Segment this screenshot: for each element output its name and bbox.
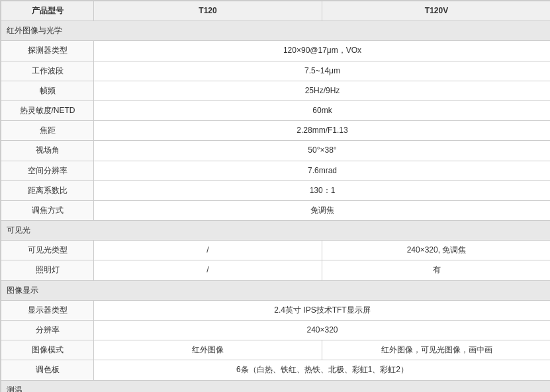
row-label: 图像模式 bbox=[1, 340, 94, 360]
table-row: 照明灯/有 bbox=[1, 260, 551, 280]
row-label: 分辨率 bbox=[1, 321, 94, 340]
row-data-merged: 6条（白热、铁红、热铁、北极、彩虹1、彩虹2） bbox=[94, 360, 551, 380]
row-data-t120: / bbox=[94, 260, 322, 280]
row-data-merged: 2.28mm/F1.13 bbox=[94, 121, 551, 141]
row-data-t120: 红外图像 bbox=[94, 340, 322, 360]
header-t120: T120 bbox=[94, 1, 322, 21]
section-title-display: 图像显示 bbox=[1, 280, 551, 300]
row-data-t120v: 240×320, 免调焦 bbox=[322, 241, 551, 260]
row-data-merged: 2.4英寸 IPS技术TFT显示屏 bbox=[94, 300, 551, 320]
section-title-measurement: 测温 bbox=[1, 380, 551, 392]
row-label: 视场角 bbox=[1, 141, 94, 161]
table-header: 产品型号 T120 T120V bbox=[1, 1, 551, 21]
row-data-merged: 25Hz/9Hz bbox=[94, 81, 551, 100]
row-label: 调色板 bbox=[1, 360, 94, 380]
table-row: 图像模式红外图像红外图像，可见光图像，画中画 bbox=[1, 340, 551, 360]
row-label: 调焦方式 bbox=[1, 200, 94, 220]
section-title-infrared: 红外图像与光学 bbox=[1, 21, 551, 41]
section-header-visible: 可见光 bbox=[1, 221, 551, 241]
section-header-measurement: 测温 bbox=[1, 380, 551, 392]
row-data-merged: 130：1 bbox=[94, 180, 551, 200]
row-data-merged: 240×320 bbox=[94, 321, 551, 340]
row-data-t120: / bbox=[94, 241, 322, 260]
row-label: 距离系数比 bbox=[1, 180, 94, 200]
row-data-merged: 50°×38° bbox=[94, 141, 551, 161]
table-row: 视场角50°×38° bbox=[1, 141, 551, 161]
table-row: 焦距2.28mm/F1.13 bbox=[1, 121, 551, 141]
table-row: 调焦方式免调焦 bbox=[1, 200, 551, 220]
table-row: 帧频25Hz/9Hz bbox=[1, 81, 551, 100]
row-label: 照明灯 bbox=[1, 260, 94, 280]
table-row: 空间分辨率7.6mrad bbox=[1, 161, 551, 180]
row-data-t120v: 红外图像，可见光图像，画中画 bbox=[322, 340, 551, 360]
table-row: 工作波段7.5~14μm bbox=[1, 61, 551, 81]
row-data-merged: 7.6mrad bbox=[94, 161, 551, 180]
table-row: 距离系数比130：1 bbox=[1, 180, 551, 200]
row-data-t120v: 有 bbox=[322, 260, 551, 280]
table-row: 显示器类型2.4英寸 IPS技术TFT显示屏 bbox=[1, 300, 551, 320]
spec-table: 产品型号 T120 T120V 红外图像与光学探测器类型120×90@17μm，… bbox=[0, 0, 550, 392]
row-data-merged: 7.5~14μm bbox=[94, 61, 551, 81]
section-header-infrared: 红外图像与光学 bbox=[1, 21, 551, 41]
section-header-display: 图像显示 bbox=[1, 280, 551, 300]
table-row: 可见光类型/240×320, 免调焦 bbox=[1, 241, 551, 260]
row-label: 可见光类型 bbox=[1, 241, 94, 260]
header-t120v: T120V bbox=[322, 1, 551, 21]
row-label: 显示器类型 bbox=[1, 300, 94, 320]
row-data-merged: 免调焦 bbox=[94, 200, 551, 220]
section-title-visible: 可见光 bbox=[1, 221, 551, 241]
row-label: 焦距 bbox=[1, 121, 94, 141]
row-label: 探测器类型 bbox=[1, 41, 94, 61]
row-data-merged: 60mk bbox=[94, 100, 551, 120]
header-label: 产品型号 bbox=[1, 1, 94, 21]
row-label: 工作波段 bbox=[1, 61, 94, 81]
row-data-merged: 120×90@17μm，VOx bbox=[94, 41, 551, 61]
table-row: 分辨率240×320 bbox=[1, 321, 551, 340]
table-row: 热灵敏度/NETD60mk bbox=[1, 100, 551, 120]
row-label: 热灵敏度/NETD bbox=[1, 100, 94, 120]
row-label: 空间分辨率 bbox=[1, 161, 94, 180]
table-row: 探测器类型120×90@17μm，VOx bbox=[1, 41, 551, 61]
row-label: 帧频 bbox=[1, 81, 94, 100]
table-row: 调色板6条（白热、铁红、热铁、北极、彩虹1、彩虹2） bbox=[1, 360, 551, 380]
